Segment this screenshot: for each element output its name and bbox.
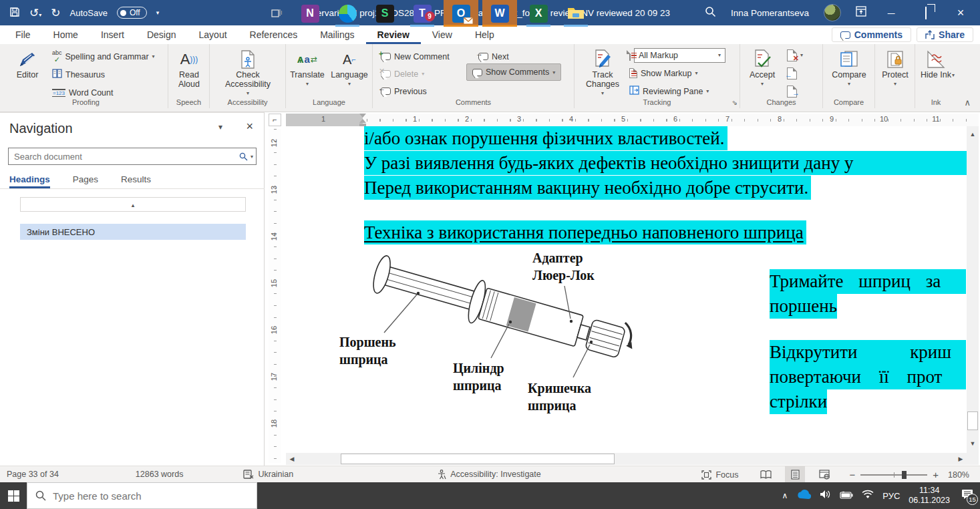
thesaurus-button[interactable]: Thesaurus: [52, 66, 105, 83]
nav-search-icon[interactable]: ▾: [239, 152, 256, 161]
nav-tab-headings[interactable]: Headings: [9, 174, 50, 188]
battery-icon[interactable]: [840, 490, 853, 502]
ribbon-display-options-icon[interactable]: [856, 6, 866, 19]
tab-home[interactable]: Home: [42, 25, 90, 44]
new-comment-button[interactable]: + New Comment: [381, 48, 450, 65]
search-icon[interactable]: [705, 6, 716, 20]
vertical-ruler[interactable]: [269, 129, 281, 463]
undo-icon[interactable]: ↺▾: [29, 7, 41, 19]
spelling-grammar-button[interactable]: abc✓ Spelling and Grammar▾: [52, 48, 155, 65]
redo-icon[interactable]: ↻: [51, 7, 60, 19]
zoom-slider-handle[interactable]: [902, 471, 907, 479]
tab-review[interactable]: Review: [366, 25, 421, 44]
check-accessibility-button[interactable]: Check Accessibility▾: [221, 45, 275, 98]
taskbar-search-input[interactable]: [53, 490, 226, 502]
tab-mailings[interactable]: Mailings: [309, 25, 365, 44]
protect-button[interactable]: Protect▾: [876, 45, 914, 89]
taskbar-explorer[interactable]: [560, 0, 592, 27]
print-layout-button[interactable]: [785, 466, 805, 483]
next-comment-button[interactable]: → Next: [478, 48, 509, 65]
keyboard-language[interactable]: РУС: [882, 491, 900, 501]
compare-button[interactable]: Compare▾: [828, 45, 870, 89]
accessibility-status[interactable]: Accessibility: Investigate: [430, 466, 547, 483]
taskbar-app-s[interactable]: S: [369, 0, 401, 27]
clock[interactable]: 11:34 06.11.2023: [909, 486, 950, 506]
share-button[interactable]: Share: [917, 27, 973, 42]
horizontal-ruler[interactable]: [286, 114, 979, 126]
hide-ink-button[interactable]: Hide Ink▾: [918, 45, 954, 89]
show-markup-button[interactable]: Show Markup▾: [629, 65, 697, 81]
page-indicator[interactable]: Page 33 of 34: [0, 466, 65, 483]
avatar[interactable]: [824, 4, 841, 21]
save-icon[interactable]: [9, 7, 20, 19]
previous-comment-button[interactable]: ← Previous: [381, 83, 427, 100]
scroll-left-icon[interactable]: ◀: [286, 453, 298, 465]
web-layout-button[interactable]: [814, 466, 834, 483]
reviewing-pane-button[interactable]: Reviewing Pane▾: [629, 83, 709, 100]
autosave-toggle[interactable]: Off: [117, 7, 147, 19]
tab-insert[interactable]: Insert: [90, 25, 136, 44]
reject-button[interactable]: ✕▾: [787, 47, 803, 63]
word-count-indicator[interactable]: 12863 words: [129, 466, 190, 483]
close-button[interactable]: ×: [951, 6, 971, 20]
indent-marker[interactable]: [359, 114, 366, 126]
start-button[interactable]: [0, 482, 27, 509]
restore-button[interactable]: [916, 7, 936, 19]
nav-tab-pages[interactable]: Pages: [73, 174, 98, 188]
qat-customize-chevron-icon[interactable]: ▾: [156, 9, 160, 16]
accept-button[interactable]: Accept▾: [743, 45, 782, 89]
task-view-button[interactable]: [262, 0, 291, 27]
zoom-percentage[interactable]: 180%: [948, 470, 976, 480]
taskbar-excel[interactable]: X: [522, 0, 554, 27]
editor-button[interactable]: Editor: [8, 45, 47, 79]
tab-file[interactable]: File: [4, 25, 42, 44]
nav-collapse-row[interactable]: ▴: [20, 197, 246, 212]
next-change-button[interactable]: →: [787, 83, 797, 100]
taskbar-search-box[interactable]: [27, 482, 257, 509]
tab-layout[interactable]: Layout: [188, 25, 238, 44]
tracking-dialog-launcher-icon[interactable]: ⇘: [732, 99, 738, 106]
tab-references[interactable]: References: [238, 25, 309, 44]
language-button[interactable]: A⌐ Language▾: [329, 45, 370, 89]
volume-icon[interactable]: [820, 490, 831, 502]
comments-button[interactable]: Comments: [832, 27, 911, 42]
scroll-down-icon[interactable]: ▼: [967, 438, 979, 450]
taskbar-edge[interactable]: [331, 0, 363, 27]
focus-button[interactable]: Focus: [695, 466, 745, 483]
delete-comment-button[interactable]: ✕ Delete▾: [381, 65, 424, 82]
read-mode-button[interactable]: [756, 466, 776, 483]
read-aloud-button[interactable]: A))) Read Aloud: [170, 45, 208, 89]
scroll-up-icon[interactable]: ▲: [967, 128, 979, 140]
collapse-ribbon-icon[interactable]: ∧: [964, 98, 971, 108]
taskbar-outlook[interactable]: O: [444, 0, 478, 27]
horizontal-scroll-thumb[interactable]: [341, 454, 615, 464]
taskbar-word[interactable]: W: [482, 0, 517, 27]
notification-center-icon[interactable]: 15: [961, 489, 973, 502]
zoom-in-icon[interactable]: +: [933, 469, 939, 480]
navigation-chevron-icon[interactable]: ▾: [218, 122, 222, 132]
track-changes-button[interactable]: Track Changes▾: [581, 45, 624, 98]
scroll-right-icon[interactable]: ▶: [955, 453, 967, 465]
taskbar-onenote[interactable]: N: [294, 0, 326, 27]
tray-expand-icon[interactable]: ∧: [782, 491, 788, 500]
tab-selector[interactable]: ⌐: [269, 114, 281, 126]
proofing-status[interactable]: Ukrainian: [236, 466, 300, 483]
previous-change-button[interactable]: ←: [787, 65, 797, 81]
tab-design[interactable]: Design: [136, 25, 188, 44]
zoom-out-icon[interactable]: −: [849, 469, 855, 480]
nav-tab-results[interactable]: Results: [121, 174, 151, 188]
translate-button[interactable]: ѧa⇄ Translate▾: [287, 45, 327, 89]
nav-heading-item[interactable]: Зміни ВНЕСЕНО: [20, 224, 246, 240]
onedrive-icon[interactable]: [796, 490, 811, 502]
wifi-icon[interactable]: [862, 490, 874, 502]
markup-dropdown[interactable]: All Markup▾: [634, 48, 725, 63]
tab-help[interactable]: Help: [464, 25, 506, 44]
nav-search-chevron-icon[interactable]: ▾: [251, 154, 253, 160]
show-comments-button[interactable]: Show Comments▾: [466, 63, 561, 81]
minimize-button[interactable]: ─: [881, 7, 901, 19]
navigation-search-input[interactable]: [9, 152, 239, 162]
tab-view[interactable]: View: [421, 25, 464, 44]
navigation-close-icon[interactable]: ×: [246, 120, 253, 134]
user-name[interactable]: Inna Pomerantseva: [731, 8, 809, 18]
zoom-slider[interactable]: [860, 474, 927, 476]
